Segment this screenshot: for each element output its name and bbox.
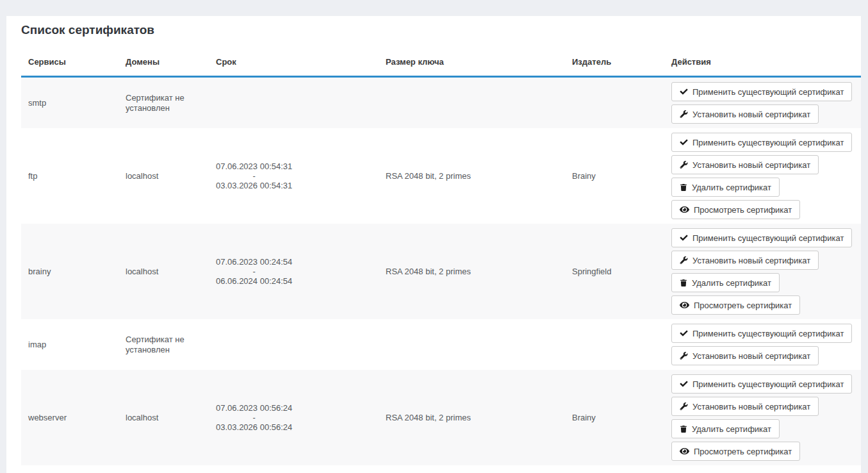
domains-value: localhost xyxy=(126,171,158,181)
key-size-value: RSA 2048 bit, 2 primes xyxy=(386,267,471,276)
issuer-cell xyxy=(565,319,664,370)
domains-cell: localhost xyxy=(119,128,209,224)
view-certificate-button[interactable]: Просмотреть сертификат xyxy=(671,200,800,219)
issuer-cell: Brainy xyxy=(565,370,664,465)
domains-value: localhost xyxy=(126,267,158,276)
key-size-cell xyxy=(379,319,565,370)
check-icon xyxy=(680,329,688,337)
service-name: ftp xyxy=(28,171,37,181)
issuer-cell xyxy=(565,77,664,129)
install-new-certificate-button[interactable]: Установить новый сертификат xyxy=(671,155,819,174)
view-certificate-button[interactable]: Просмотреть сертификат xyxy=(671,442,800,461)
domains-cell: Сертификат не установлен xyxy=(119,319,209,370)
actions-stack: Применить существующий сертификатУстанов… xyxy=(671,228,861,315)
button-label: Применить существующий сертификат xyxy=(692,138,844,147)
install-new-certificate-button[interactable]: Установить новый сертификат xyxy=(671,346,819,365)
column-header-domains: Домены xyxy=(119,57,209,77)
eye-icon xyxy=(680,205,689,214)
button-label: Установить новый сертификат xyxy=(692,110,810,119)
column-header-term: Срок xyxy=(209,57,379,77)
button-label: Установить новый сертификат xyxy=(692,402,810,411)
issuer-cell: Brainy xyxy=(565,128,664,224)
apply-existing-certificate-button[interactable]: Применить существующий сертификат xyxy=(671,133,852,152)
term-separator: - xyxy=(216,413,292,422)
domains-cell: localhost xyxy=(119,370,209,465)
key-size-value: RSA 2048 bit, 2 primes xyxy=(386,171,471,181)
actions-stack: Применить существующий сертификатУстанов… xyxy=(671,374,861,461)
eye-icon xyxy=(680,301,689,310)
column-header-services: Сервисы xyxy=(21,57,119,77)
term-value: 07.06.2023 00:24:54 - 06.06.2024 00:24:5… xyxy=(216,257,292,286)
service-cell: smtp xyxy=(21,77,119,129)
issuer-value: Springfield xyxy=(572,267,611,276)
install-new-certificate-button[interactable]: Установить новый сертификат xyxy=(671,251,819,270)
button-label: Удалить сертификат xyxy=(692,424,771,434)
certificates-table: Сервисы Домены Срок Размер ключа Издател… xyxy=(21,57,861,465)
certificates-panel: Список сертификатов Сервисы Домены Срок … xyxy=(6,16,861,473)
domains-cell: Сертификат не установлен xyxy=(119,77,209,129)
column-header-actions: Действия xyxy=(664,57,861,77)
button-label: Просмотреть сертификат xyxy=(694,447,792,456)
term-cell xyxy=(209,77,379,129)
install-new-certificate-button[interactable]: Установить новый сертификат xyxy=(671,104,819,124)
check-icon xyxy=(680,138,688,146)
service-name: smtp xyxy=(28,98,46,108)
column-header-issuer: Издатель xyxy=(565,57,664,77)
install-new-certificate-button[interactable]: Установить новый сертификат xyxy=(671,397,819,416)
issuer-value: Brainy xyxy=(572,171,596,181)
button-label: Применить существующий сертификат xyxy=(692,233,844,243)
actions-cell: Применить существующий сертификатУстанов… xyxy=(664,370,861,465)
service-cell: imap xyxy=(21,319,119,370)
check-icon xyxy=(680,88,688,95)
service-name: imap xyxy=(28,340,46,349)
term-to: 03.03.2026 00:56:24 xyxy=(216,422,292,432)
apply-existing-certificate-button[interactable]: Применить существующий сертификат xyxy=(671,374,852,394)
apply-existing-certificate-button[interactable]: Применить существующий сертификат xyxy=(671,228,852,247)
term-from: 07.06.2023 00:54:31 xyxy=(216,162,292,171)
column-header-key-size: Размер ключа xyxy=(379,57,565,77)
trash-icon xyxy=(680,184,687,191)
term-separator: - xyxy=(216,171,292,181)
domains-value: Сертификат не установлен xyxy=(126,93,184,113)
wrench-icon xyxy=(680,256,688,264)
service-cell: ftp xyxy=(21,128,119,224)
service-name: brainy xyxy=(28,267,51,276)
issuer-value: Brainy xyxy=(572,413,596,422)
term-cell: 07.06.2023 00:54:31 - 03.03.2026 00:54:3… xyxy=(209,128,379,224)
actions-cell: Применить существующий сертификатУстанов… xyxy=(664,77,861,129)
actions-cell: Применить существующий сертификатУстанов… xyxy=(664,128,861,224)
key-size-cell xyxy=(379,77,565,129)
delete-certificate-button[interactable]: Удалить сертификат xyxy=(671,419,780,438)
wrench-icon xyxy=(680,110,688,118)
domains-value: Сертификат не установлен xyxy=(126,335,184,354)
table-row: imap Сертификат не установлен Применить … xyxy=(21,319,861,370)
apply-existing-certificate-button[interactable]: Применить существующий сертификат xyxy=(671,324,852,343)
delete-certificate-button[interactable]: Удалить сертификат xyxy=(671,273,780,292)
apply-existing-certificate-button[interactable]: Применить существующий сертификат xyxy=(671,82,852,101)
view-certificate-button[interactable]: Просмотреть сертификат xyxy=(671,295,800,315)
button-label: Установить новый сертификат xyxy=(692,351,810,361)
term-cell: 07.06.2023 00:56:24 - 03.03.2026 00:56:2… xyxy=(209,370,379,465)
term-from: 07.06.2023 00:24:54 xyxy=(216,257,292,267)
table-row: webserver localhost 07.06.2023 00:56:24 … xyxy=(21,370,861,465)
service-cell: webserver xyxy=(21,370,119,465)
table-header-row: Сервисы Домены Срок Размер ключа Издател… xyxy=(21,57,861,77)
trash-icon xyxy=(680,426,687,433)
button-label: Просмотреть сертификат xyxy=(694,205,792,215)
actions-cell: Применить существующий сертификатУстанов… xyxy=(664,224,861,319)
delete-certificate-button[interactable]: Удалить сертификат xyxy=(671,178,780,197)
button-label: Установить новый сертификат xyxy=(692,160,810,170)
key-size-cell: RSA 2048 bit, 2 primes xyxy=(379,370,565,465)
service-name: webserver xyxy=(28,413,67,422)
actions-stack: Применить существующий сертификатУстанов… xyxy=(671,133,861,219)
table-row: brainy localhost 07.06.2023 00:24:54 - 0… xyxy=(21,224,861,319)
key-size-cell: RSA 2048 bit, 2 primes xyxy=(379,224,565,319)
check-icon xyxy=(680,234,688,242)
button-label: Применить существующий сертификат xyxy=(692,379,844,389)
wrench-icon xyxy=(680,161,688,169)
domains-cell: localhost xyxy=(119,224,209,319)
wrench-icon xyxy=(680,352,688,360)
term-value: 07.06.2023 00:54:31 - 03.03.2026 00:54:3… xyxy=(216,162,292,190)
term-value: 07.06.2023 00:56:24 - 03.03.2026 00:56:2… xyxy=(216,403,292,432)
key-size-cell: RSA 2048 bit, 2 primes xyxy=(379,128,565,224)
